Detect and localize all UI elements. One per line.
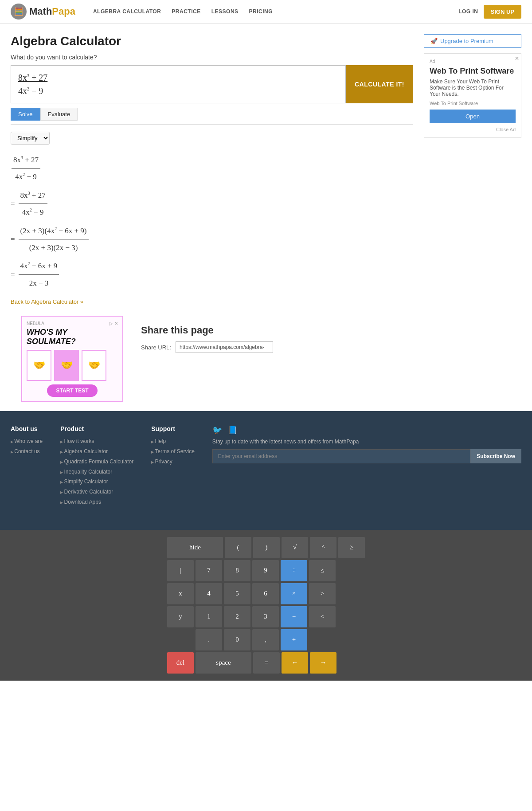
- key-subtract[interactable]: −: [281, 606, 307, 627]
- key-3[interactable]: 3: [252, 606, 279, 627]
- calculator-input-row: 8x3 + 27 4x2 − 9 CALCULATE IT!: [11, 65, 413, 103]
- footer-newsletter: 🐦 📘 Stay up to date with the latest news…: [212, 425, 521, 509]
- key-hide[interactable]: hide: [167, 537, 223, 558]
- footer-inequality-calculator[interactable]: Inequality Calculator: [60, 468, 133, 476]
- logo-text: MathPapa: [29, 6, 75, 17]
- ad-close-x[interactable]: ✕: [515, 55, 519, 62]
- keypad: hide ( ) √ ^ ≥ | 7 8 9 ÷ ≤ x 4 5 6 × > y: [167, 537, 365, 674]
- footer-simplify-calculator[interactable]: Simplify Calculator: [60, 478, 133, 486]
- key-0[interactable]: 0: [224, 629, 250, 650]
- key-x[interactable]: x: [167, 583, 194, 604]
- key-2[interactable]: 2: [224, 606, 250, 627]
- ad-open-button[interactable]: Open: [430, 110, 516, 123]
- newsletter-email-input[interactable]: [212, 449, 470, 463]
- tarot-card-2: 🤝: [54, 350, 79, 381]
- key-gte[interactable]: ≥: [338, 537, 365, 558]
- nav-pricing[interactable]: PRICING: [249, 8, 273, 15]
- key-caret[interactable]: ^: [310, 537, 336, 558]
- facebook-icon[interactable]: 📘: [227, 425, 237, 435]
- logo[interactable]: 🧮 MathPapa: [11, 4, 75, 20]
- signup-button[interactable]: SIGN UP: [484, 5, 521, 19]
- logo-icon: 🧮: [11, 4, 27, 20]
- key-6[interactable]: 6: [252, 583, 279, 604]
- upgrade-button[interactable]: 🚀 Upgrade to Premium: [424, 34, 521, 48]
- result-line-3: = (2x + 3)(4x2 − 6x + 9) (2x + 3)(2x − 3…: [11, 223, 413, 256]
- keypad-row-6: del space = ← →: [167, 652, 365, 674]
- footer-contact-us[interactable]: Contact us: [11, 448, 43, 455]
- mode-tabs: Solve Evaluate: [11, 108, 413, 121]
- key-pipe[interactable]: |: [167, 560, 194, 581]
- key-space[interactable]: space: [196, 652, 251, 674]
- key-add[interactable]: +: [281, 629, 307, 650]
- key-close-paren[interactable]: ): [253, 537, 280, 558]
- bottom-ad: NEBULA ▷ ✕ WHO'S MY SOULMATE? 🤝 🤝 🤝 STAR…: [21, 316, 123, 402]
- key-del[interactable]: del: [167, 652, 194, 674]
- ad-description: Make Sure Your Web To Print Software is …: [430, 78, 516, 97]
- nav-actions: LOG IN SIGN UP: [458, 5, 521, 19]
- footer-derivative-calculator[interactable]: Derivative Calculator: [60, 488, 133, 496]
- key-7[interactable]: 7: [196, 560, 222, 581]
- tab-solve[interactable]: Solve: [11, 108, 40, 121]
- share-title: Share this page: [141, 325, 273, 336]
- footer-help[interactable]: Help: [151, 438, 195, 445]
- login-button[interactable]: LOG IN: [458, 8, 478, 15]
- keypad-section: hide ( ) √ ^ ≥ | 7 8 9 ÷ ≤ x 4 5 6 × > y: [0, 530, 532, 681]
- key-9[interactable]: 9: [252, 560, 279, 581]
- key-empty-2: [309, 629, 336, 650]
- tarot-card-3: 🤝: [82, 350, 106, 381]
- key-1[interactable]: 1: [196, 606, 222, 627]
- key-multiply[interactable]: ×: [281, 583, 307, 604]
- newsletter-description: Stay up to date with the latest news and…: [212, 439, 521, 445]
- footer-algebra-calculator[interactable]: Algebra Calculator: [60, 448, 133, 455]
- share-url-input[interactable]: [176, 341, 273, 353]
- ad-controls[interactable]: ▷ ✕: [110, 321, 118, 326]
- keypad-row-4: y 1 2 3 − <: [167, 606, 365, 627]
- share-row: Share URL:: [141, 341, 273, 353]
- key-open-paren[interactable]: (: [225, 537, 251, 558]
- key-left-arrow[interactable]: ←: [282, 652, 308, 674]
- key-5[interactable]: 5: [224, 583, 250, 604]
- footer-support-heading: Support: [151, 425, 195, 432]
- footer-who-we-are[interactable]: Who we are: [11, 438, 43, 445]
- tab-evaluate[interactable]: Evaluate: [40, 108, 78, 121]
- footer-terms-of-service[interactable]: Terms of Service: [151, 448, 195, 455]
- subscribe-button[interactable]: Subscribe Now: [470, 449, 521, 463]
- key-equals[interactable]: =: [253, 652, 280, 674]
- footer-privacy[interactable]: Privacy: [151, 458, 195, 466]
- key-dot[interactable]: .: [196, 629, 222, 650]
- key-y[interactable]: y: [167, 606, 194, 627]
- key-right-arrow[interactable]: →: [310, 652, 336, 674]
- key-lte[interactable]: ≤: [309, 560, 336, 581]
- footer-quadratic-formula[interactable]: Quadratic Formula Calculator: [60, 458, 133, 466]
- tarot-card-1: 🤝: [27, 350, 51, 381]
- footer-about-col: About us Who we are Contact us: [11, 425, 43, 509]
- key-empty-1: [167, 629, 194, 650]
- nav-practice[interactable]: PRACTICE: [172, 8, 200, 15]
- close-ad-link[interactable]: Close Ad: [430, 127, 516, 132]
- key-comma[interactable]: ,: [252, 629, 279, 650]
- nav-lessons[interactable]: LESSONS: [211, 8, 239, 15]
- key-divide[interactable]: ÷: [281, 560, 307, 581]
- nav-algebra-calculator[interactable]: ALGEBRA CALCULATOR: [93, 8, 161, 15]
- footer-how-it-works[interactable]: How it works: [60, 438, 133, 445]
- key-lt[interactable]: <: [309, 606, 336, 627]
- footer-download-apps[interactable]: Download Apps: [60, 498, 133, 506]
- start-test-button[interactable]: START TEST: [47, 384, 97, 397]
- key-8[interactable]: 8: [224, 560, 250, 581]
- ad-box: Ad ✕ Web To Print Software Make Sure You…: [424, 53, 521, 138]
- ad-label: Ad: [430, 59, 516, 64]
- calculate-button[interactable]: CALCULATE IT!: [346, 65, 413, 103]
- footer-social: 🐦 📘: [212, 425, 521, 435]
- back-link[interactable]: Back to Algebra Calculator »: [11, 298, 413, 305]
- footer-product-heading: Product: [60, 425, 133, 432]
- calc-subtitle: What do you want to calculate?: [11, 54, 413, 61]
- page-title: Algebra Calculator: [11, 34, 413, 48]
- key-sqrt[interactable]: √: [282, 537, 308, 558]
- share-label: Share URL:: [141, 344, 171, 351]
- calculator-input[interactable]: 8x3 + 27 4x2 − 9: [11, 65, 346, 103]
- key-gt[interactable]: >: [309, 583, 336, 604]
- twitter-icon[interactable]: 🐦: [212, 425, 222, 435]
- simplify-select[interactable]: Simplify: [11, 132, 50, 145]
- key-4[interactable]: 4: [196, 583, 222, 604]
- divider: [11, 124, 413, 125]
